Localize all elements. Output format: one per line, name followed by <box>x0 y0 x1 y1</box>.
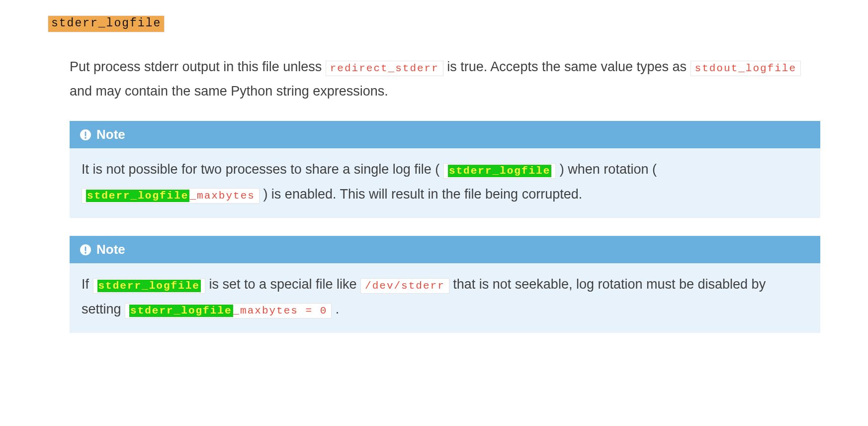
inline-code: stderr_logfile_maxbytes <box>82 188 260 204</box>
description-paragraph: Put process stderr output in this file u… <box>70 55 820 103</box>
text-fragment: is true. Accepts the same value types as <box>447 59 690 74</box>
text-fragment: It is not possible for two processes to … <box>82 162 439 177</box>
text-fragment: ) when rotation ( <box>560 162 657 177</box>
text-fragment: ) is enabled. This will result in the fi… <box>263 187 582 202</box>
inline-code: stderr_logfile <box>93 278 205 294</box>
highlighted-code: stderr_logfile <box>86 190 189 202</box>
svg-point-5 <box>85 252 87 254</box>
note-title-bar: Note <box>70 121 820 148</box>
note-body: It is not possible for two processes to … <box>70 148 820 218</box>
text-fragment: If <box>82 277 93 292</box>
note-admonition: Note It is not possible for two processe… <box>70 121 820 218</box>
exclamation-circle-icon <box>80 129 91 141</box>
inline-code: redirect_stderr <box>326 61 443 76</box>
text-fragment: is set to a special file like <box>209 277 360 292</box>
code-tail: _maxbytes <box>189 190 255 202</box>
definition-term: stderr_logfile <box>48 17 820 30</box>
definition-body: Put process stderr output in this file u… <box>70 55 820 333</box>
inline-code: stderr_logfile_maxbytes = 0 <box>125 303 332 319</box>
note-title-text: Note <box>96 242 125 257</box>
svg-rect-1 <box>85 131 87 136</box>
exclamation-circle-icon <box>80 244 91 256</box>
note-body: If stderr_logfile is set to a special fi… <box>70 263 820 333</box>
inline-code: /dev/stderr <box>360 278 449 294</box>
note-title-bar: Note <box>70 236 820 263</box>
note-admonition: Note If stderr_logfile is set to a speci… <box>70 236 820 333</box>
inline-code: stdout_logfile <box>691 61 801 76</box>
highlighted-code: stderr_logfile <box>129 305 233 317</box>
svg-point-2 <box>85 137 87 139</box>
svg-rect-4 <box>85 246 87 251</box>
definition-term-code: stderr_logfile <box>48 15 165 32</box>
text-fragment: and may contain the same Python string e… <box>70 84 388 99</box>
highlighted-code: stderr_logfile <box>97 280 201 292</box>
code-tail: _maxbytes = 0 <box>233 305 328 317</box>
inline-code: stderr_logfile <box>443 163 556 179</box>
note-title-text: Note <box>96 127 125 142</box>
text-fragment: . <box>336 302 340 317</box>
doc-page: stderr_logfile Put process stderr output… <box>0 0 868 426</box>
text-fragment: Put process stderr output in this file u… <box>70 59 326 74</box>
highlighted-code: stderr_logfile <box>448 165 551 177</box>
